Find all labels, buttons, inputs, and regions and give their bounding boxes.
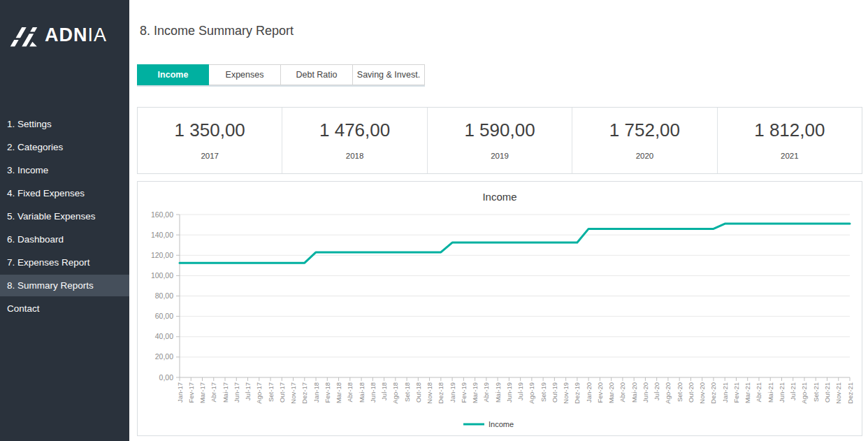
adnia-logo: ADNIA — [0, 0, 129, 52]
sidebar-item-1-settings[interactable]: 1. Settings — [0, 113, 129, 135]
svg-text:Set-17: Set-17 — [267, 382, 275, 402]
svg-text:20,00: 20,00 — [155, 352, 173, 361]
svg-text:Mar-17: Mar-17 — [198, 382, 206, 403]
svg-text:Fev-21: Fev-21 — [732, 382, 740, 403]
svg-text:Jan-19: Jan-19 — [449, 382, 456, 403]
svg-text:Jun-17: Jun-17 — [233, 382, 240, 403]
svg-text:Jan-20: Jan-20 — [585, 382, 593, 403]
svg-text:Jun-19: Jun-19 — [505, 382, 513, 403]
income-line-chart: 0,0020,0040,0060,0080,00100,00120,00140,… — [138, 205, 862, 436]
svg-text:Jul-21: Jul-21 — [789, 382, 797, 400]
svg-text:Mar-20: Mar-20 — [607, 382, 615, 403]
card-value: 1 812,00 — [718, 120, 862, 141]
summary-card-2018: 1 476,002018 — [282, 108, 426, 173]
sidebar-item-contact[interactable]: Contact — [0, 298, 129, 319]
svg-text:120,00: 120,00 — [151, 251, 173, 259]
svg-text:Abr-17: Abr-17 — [210, 382, 217, 403]
svg-text:Nov-20: Nov-20 — [698, 382, 706, 404]
logo-text-bold: ADN — [45, 24, 88, 45]
svg-text:140,00: 140,00 — [151, 231, 173, 239]
svg-text:Dez-18: Dez-18 — [437, 382, 444, 404]
tab-expenses[interactable]: Expenses — [209, 64, 281, 85]
sidebar-item-7-expenses-report[interactable]: 7. Expenses Report — [0, 252, 129, 273]
card-value: 1 476,00 — [282, 120, 426, 141]
svg-text:Jul-17: Jul-17 — [244, 382, 252, 400]
svg-text:Jul-20: Jul-20 — [653, 382, 660, 400]
sidebar-item-5-variable-expenses[interactable]: 5. Variable Expenses — [0, 205, 129, 227]
card-year: 2018 — [282, 152, 426, 160]
card-value: 1 590,00 — [428, 120, 572, 141]
income-chart-card: Income 0,0020,0040,0060,0080,00100,00120… — [137, 181, 862, 436]
tab-strip: IncomeExpensesDebt RatioSaving & Invest. — [137, 64, 425, 87]
svg-text:Fev-20: Fev-20 — [596, 382, 604, 403]
svg-text:Out-20: Out-20 — [687, 382, 695, 403]
summary-card-2021: 1 812,002021 — [717, 108, 862, 173]
svg-text:Mai-21: Mai-21 — [767, 382, 774, 403]
svg-text:Nov-21: Nov-21 — [834, 382, 842, 404]
svg-text:Jun-18: Jun-18 — [369, 382, 377, 403]
sidebar-item-4-fixed-expenses[interactable]: 4. Fixed Expenses — [0, 182, 129, 204]
svg-text:160,00: 160,00 — [151, 210, 173, 219]
sidebar-item-8-summary-reports[interactable]: 8. Summary Reports — [0, 275, 129, 296]
svg-text:Income: Income — [489, 420, 514, 428]
svg-text:Out-21: Out-21 — [823, 382, 831, 403]
summary-card-2020: 1 752,002020 — [572, 108, 716, 173]
svg-text:Abr-18: Abr-18 — [346, 382, 354, 403]
svg-text:Dez-17: Dez-17 — [301, 382, 308, 404]
card-year: 2021 — [718, 152, 862, 160]
card-year: 2019 — [428, 152, 572, 160]
svg-text:Nov-19: Nov-19 — [562, 382, 570, 404]
svg-text:Set-19: Set-19 — [540, 382, 547, 402]
sidebar-item-3-income[interactable]: 3. Income — [0, 159, 129, 181]
svg-text:Ago-17: Ago-17 — [255, 382, 263, 404]
svg-text:Set-21: Set-21 — [812, 382, 820, 402]
svg-text:Mar-21: Mar-21 — [744, 382, 751, 403]
svg-text:Jul-19: Jul-19 — [516, 382, 524, 400]
svg-text:Abr-20: Abr-20 — [619, 382, 626, 403]
svg-text:Jan-17: Jan-17 — [176, 382, 184, 403]
svg-text:80,00: 80,00 — [155, 291, 173, 300]
sidebar-item-6-dashboard[interactable]: 6. Dashboard — [0, 229, 129, 250]
svg-text:Fev-17: Fev-17 — [187, 382, 195, 403]
page-title: 8. Income Summary Report — [140, 24, 862, 38]
sidebar-item-2-categories[interactable]: 2. Categories — [0, 136, 129, 158]
svg-text:Abr-21: Abr-21 — [755, 382, 762, 403]
svg-text:Out-19: Out-19 — [551, 382, 558, 403]
svg-text:100,00: 100,00 — [151, 271, 173, 280]
adnia-logo-text: ADNIA — [45, 24, 107, 46]
adnia-logo-icon — [8, 22, 39, 48]
svg-text:Set-18: Set-18 — [403, 382, 411, 402]
card-year: 2020 — [572, 152, 716, 160]
svg-text:Nov-17: Nov-17 — [289, 382, 297, 404]
svg-text:Mar-18: Mar-18 — [335, 382, 342, 403]
tab-saving-invest[interactable]: Saving & Invest. — [353, 64, 425, 85]
svg-text:0,00: 0,00 — [159, 373, 174, 382]
sidebar-menu: 1. Settings2. Categories3. Income4. Fixe… — [0, 113, 129, 319]
tab-debt-ratio[interactable]: Debt Ratio — [281, 64, 353, 85]
summary-card-2017: 1 350,002017 — [138, 108, 282, 173]
svg-text:Jun-20: Jun-20 — [642, 382, 649, 403]
svg-text:Ago-19: Ago-19 — [528, 382, 535, 404]
svg-text:Abr-19: Abr-19 — [482, 382, 490, 403]
svg-text:Ago-21: Ago-21 — [800, 382, 808, 404]
svg-text:Ago-20: Ago-20 — [664, 382, 672, 404]
svg-text:Fev-19: Fev-19 — [460, 382, 468, 403]
summary-card-2019: 1 590,002019 — [427, 108, 572, 173]
svg-text:Set-20: Set-20 — [676, 382, 683, 402]
svg-text:Dez-19: Dez-19 — [573, 382, 581, 404]
svg-text:Mai-20: Mai-20 — [630, 382, 638, 403]
svg-text:Mai-17: Mai-17 — [222, 382, 229, 403]
svg-text:Dez-20: Dez-20 — [709, 382, 717, 404]
main-content: 8. Income Summary Report IncomeExpensesD… — [129, 0, 868, 441]
logo-text-light: IA — [88, 24, 108, 45]
sidebar: ADNIA 1. Settings2. Categories3. Income4… — [0, 0, 129, 441]
card-year: 2017 — [138, 152, 282, 160]
svg-text:Mai-19: Mai-19 — [494, 382, 502, 403]
yearly-summary-cards: 1 350,0020171 476,0020181 590,0020191 75… — [137, 107, 862, 174]
svg-text:60,00: 60,00 — [155, 312, 173, 320]
tab-income[interactable]: Income — [137, 64, 209, 85]
svg-text:40,00: 40,00 — [155, 332, 173, 340]
svg-text:Out-17: Out-17 — [278, 382, 286, 403]
svg-text:Out-18: Out-18 — [414, 382, 422, 403]
svg-text:Dez-21: Dez-21 — [846, 382, 854, 404]
